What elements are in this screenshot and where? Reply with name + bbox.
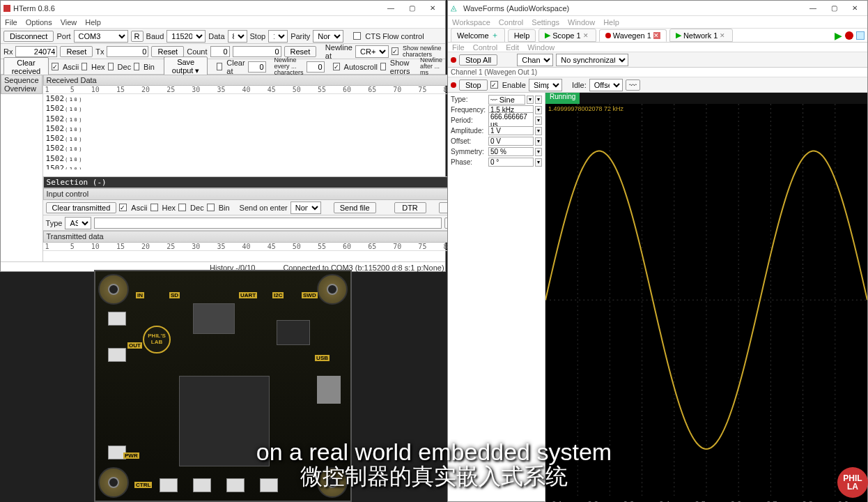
- menu-control[interactable]: Control: [499, 18, 523, 26]
- mode-select[interactable]: Simple: [529, 79, 562, 91]
- counters-toolbar: Rx Reset Tx Reset Count Reset Newline at…: [1, 44, 445, 59]
- autoscroll-checkbox[interactable]: [333, 63, 340, 70]
- menu-help[interactable]: Help: [603, 18, 619, 26]
- instrument-tabs: Welcome＋ Help ▶Scope 1✕ Wavegen 1✕ ▶Netw…: [448, 29, 867, 43]
- waveforms-window: ◬ WaveForms (AudioWorkspace) — ▢ ✕ Works…: [447, 0, 868, 502]
- menu-settings[interactable]: Settings: [532, 18, 559, 26]
- close-button[interactable]: ✕: [845, 2, 865, 15]
- amplitude-field[interactable]: 1 V: [488, 126, 534, 135]
- symmetry-field[interactable]: 50 %: [488, 147, 534, 156]
- input-type-select[interactable]: ASC: [65, 217, 91, 229]
- newline-at-select[interactable]: CR+LF: [355, 45, 389, 58]
- pcb-label-sd: SD: [169, 292, 180, 298]
- sync-select[interactable]: No synchronization: [556, 54, 628, 66]
- ascii-checkbox[interactable]: [52, 63, 59, 70]
- preview-button[interactable]: 〰: [626, 79, 640, 91]
- menu-options[interactable]: Options: [26, 18, 52, 26]
- tx-bin-checkbox[interactable]: [207, 204, 215, 211]
- display-toolbar: Clear received Ascii Hex Dec Bin Save ou…: [1, 59, 445, 75]
- baud-select[interactable]: 115200: [166, 30, 206, 43]
- tx-ascii-checkbox[interactable]: [119, 204, 127, 211]
- maximize-button[interactable]: ▢: [824, 2, 844, 15]
- plus-icon[interactable]: ＋: [491, 30, 499, 40]
- phase-field[interactable]: 0 °: [488, 158, 534, 167]
- menu-help[interactable]: Help: [85, 18, 101, 26]
- dtr-button[interactable]: DTR: [394, 202, 426, 213]
- bin-checkbox[interactable]: [134, 63, 139, 70]
- enable-checkbox[interactable]: [490, 81, 498, 89]
- stop-all-button[interactable]: Stop All: [459, 54, 497, 66]
- count-label: Count: [187, 47, 207, 56]
- run-all-button[interactable]: ▶: [835, 30, 842, 41]
- dec-checkbox[interactable]: [108, 63, 114, 70]
- close-button[interactable]: ✕: [423, 2, 442, 15]
- play-icon: ▶: [545, 31, 550, 40]
- minimize-button[interactable]: —: [381, 2, 401, 15]
- nl-every-value[interactable]: [307, 61, 325, 73]
- refresh-ports-button[interactable]: R: [131, 31, 144, 42]
- send-on-enter-select[interactable]: None: [290, 201, 321, 214]
- nl-every-label: Newline every ... characters: [274, 57, 304, 76]
- parity-label: Parity: [290, 32, 310, 40]
- clear-at-checkbox[interactable]: [217, 63, 222, 70]
- screenshot-button[interactable]: [856, 31, 865, 40]
- type-field[interactable]: 〰 Sine: [488, 95, 525, 105]
- count-total: [233, 46, 281, 57]
- send-file-button[interactable]: Send file: [334, 202, 376, 213]
- stopbits-select[interactable]: 1: [268, 30, 288, 43]
- offset-field[interactable]: 0 V: [488, 137, 534, 146]
- rx-line: 1502₍₁₀₎: [46, 164, 476, 169]
- sequence-overview-header: Sequence Overview: [1, 75, 42, 94]
- hex-checkbox[interactable]: [82, 63, 87, 70]
- count-spin[interactable]: [210, 46, 230, 57]
- databits-select[interactable]: 8: [228, 30, 247, 43]
- rx-reset-button[interactable]: Reset: [60, 46, 93, 57]
- tab-wavegen[interactable]: Wavegen 1✕: [599, 29, 667, 42]
- stop-label: Stop: [250, 32, 266, 40]
- close-icon[interactable]: ✕: [720, 32, 727, 39]
- close-icon[interactable]: ✕: [653, 32, 660, 39]
- show-errors-checkbox[interactable]: [380, 63, 386, 70]
- cts-checkbox[interactable]: [353, 32, 361, 40]
- wavegen-toolbar: Stop All Channels No synchronization: [448, 52, 867, 68]
- data-label: Data: [208, 32, 224, 40]
- channels-select[interactable]: Channels: [517, 54, 553, 66]
- tab-network[interactable]: ▶Network 1✕: [669, 29, 734, 42]
- send-input[interactable]: [94, 218, 441, 229]
- tx-label: Tx: [95, 47, 104, 56]
- received-data-view[interactable]: 1502₍₁₀₎1502₍₁₀₎1502₍₁₀₎1502₍₁₀₎1502₍₁₀₎…: [43, 94, 479, 169]
- tx-hex-checkbox[interactable]: [150, 204, 158, 211]
- received-data-header: Received Data: [43, 75, 479, 86]
- tab-scope[interactable]: ▶Scope 1✕: [538, 29, 596, 42]
- menu-file[interactable]: File: [5, 18, 17, 26]
- tab-help[interactable]: Help: [508, 29, 536, 42]
- send-toolbar: Type ASC ASend: [43, 215, 479, 231]
- clear-received-button[interactable]: Clear received: [3, 57, 49, 77]
- minimize-button[interactable]: —: [803, 2, 823, 15]
- disconnect-button[interactable]: Disconnect: [3, 31, 54, 42]
- running-badge: Running: [545, 93, 580, 104]
- tx-dec-checkbox[interactable]: [178, 204, 186, 211]
- show-newline-checkbox[interactable]: [392, 47, 398, 55]
- parity-select[interactable]: None: [313, 30, 343, 43]
- clear-at-value[interactable]: [248, 61, 266, 73]
- menu-workspace[interactable]: Workspace: [452, 18, 490, 26]
- maximize-button[interactable]: ▢: [402, 2, 421, 15]
- channel-stop-button[interactable]: Stop: [459, 79, 488, 91]
- save-output-button[interactable]: Save output ▾: [164, 56, 208, 77]
- clear-transmitted-button[interactable]: Clear transmitted: [46, 202, 117, 213]
- rx-line: 1502₍₁₀₎: [46, 104, 476, 114]
- channel-header: Channel 1 (Wavegen Out 1): [448, 68, 867, 77]
- menu-window[interactable]: Window: [568, 18, 595, 26]
- tx-reset-button[interactable]: Reset: [151, 46, 184, 57]
- record-all-button[interactable]: [845, 31, 853, 40]
- count-reset-button[interactable]: Reset: [284, 46, 317, 57]
- play-icon: ▶: [676, 31, 681, 40]
- tab-welcome[interactable]: Welcome＋: [451, 28, 505, 43]
- port-select[interactable]: COM3: [74, 30, 128, 43]
- idle-select[interactable]: Offset: [589, 79, 623, 91]
- waveforms-titlebar[interactable]: ◬ WaveForms (AudioWorkspace) — ▢ ✕: [448, 1, 867, 16]
- close-icon[interactable]: ✕: [583, 32, 590, 39]
- hterm-titlebar[interactable]: HTerm 0.8.6 — ▢ ✕: [1, 1, 445, 16]
- menu-view[interactable]: View: [61, 18, 77, 26]
